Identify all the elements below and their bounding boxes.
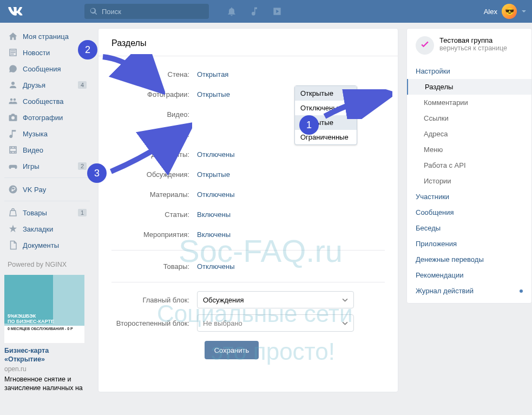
badge: 2	[78, 162, 87, 170]
val-wall[interactable]: Открытая	[197, 70, 228, 78]
menu-members[interactable]: Участники	[416, 189, 523, 205]
camera-icon	[8, 112, 18, 123]
ad-block[interactable]: 5%КЭШБЭКПО БИЗНЕС-КАРТЕ 0 МЕСЯЦЕВ ОБСЛУЖ…	[4, 275, 90, 392]
page-title: Разделы	[98, 29, 398, 56]
nav-friends[interactable]: Друзья4	[4, 77, 90, 93]
right-sidebar: Тестовая группа вернуться к странице Нас…	[406, 28, 532, 392]
search-input[interactable]: Поиск	[84, 4, 209, 19]
left-nav: Моя страница Новости Сообщения Друзья4 С…	[4, 28, 90, 392]
menu-links[interactable]: Ссылки	[416, 110, 523, 126]
users-icon	[8, 96, 18, 107]
menu-addresses[interactable]: Адреса	[416, 126, 523, 142]
nav-photos[interactable]: Фотографии	[4, 109, 90, 126]
arrow-3	[108, 122, 192, 178]
user-menu[interactable]: Alex 😎	[484, 4, 527, 19]
val-events[interactable]: Включены	[197, 230, 231, 239]
nav-documents[interactable]: Документы	[4, 237, 90, 253]
star-icon	[8, 223, 18, 234]
menu-apps[interactable]: Приложения	[416, 236, 523, 252]
nav-messages[interactable]: Сообщения	[4, 61, 90, 77]
label-products: Товары:	[111, 262, 197, 271]
label-articles: Статьи:	[111, 210, 197, 219]
group-name: Тестовая группа	[439, 36, 507, 44]
group-header[interactable]: Тестовая группа вернуться к странице	[416, 36, 523, 55]
arrow-2	[100, 54, 165, 97]
nav-communities[interactable]: Сообщества	[4, 93, 90, 109]
val-docs[interactable]: Отключены	[197, 150, 234, 159]
chat-icon	[8, 63, 18, 74]
badge: 4	[78, 81, 87, 89]
nav-news[interactable]: Новости	[4, 44, 90, 61]
nav-video[interactable]: Видео	[4, 142, 90, 158]
menu-stories[interactable]: Истории	[416, 173, 523, 189]
label-video: Видео:	[111, 110, 197, 118]
menu-menu[interactable]: Меню	[416, 142, 523, 157]
select-main-block[interactable]: Обсуждения	[197, 291, 354, 308]
menu-messages[interactable]: Сообщения	[416, 205, 523, 220]
settings-menu: Настройки Разделы Комментарии Ссылки Адр…	[416, 63, 523, 299]
avatar: 😎	[502, 4, 517, 19]
callout-1: 1	[299, 115, 319, 135]
nav-games[interactable]: Игры2	[4, 158, 90, 174]
callout-3: 3	[87, 163, 107, 183]
val-materials[interactable]: Отключены	[197, 190, 234, 199]
svg-point-0	[9, 186, 17, 194]
news-icon	[8, 47, 18, 58]
ad-desc: Мгновенное снятие и зачисление наличных …	[4, 375, 90, 393]
val-products[interactable]: Отключены	[197, 262, 234, 271]
top-actions	[225, 5, 284, 18]
menu-sections[interactable]: Разделы	[407, 79, 531, 95]
play-box-icon[interactable]	[271, 5, 284, 18]
menu-settings[interactable]: Настройки	[416, 63, 523, 79]
home-icon	[8, 31, 18, 42]
menu-transfers[interactable]: Денежные переводы	[416, 252, 523, 267]
menu-chats[interactable]: Беседы	[416, 220, 523, 236]
val-discuss[interactable]: Открытые	[197, 170, 230, 179]
chevron-down-icon	[342, 297, 348, 303]
music-icon	[8, 128, 18, 139]
label-main-block: Главный блок:	[111, 296, 197, 304]
search-icon	[90, 8, 97, 15]
select-sec-block[interactable]: Не выбрано	[197, 314, 354, 332]
callout-2: 2	[78, 40, 97, 60]
chevron-down-icon	[521, 9, 527, 14]
save-button[interactable]: Сохранить	[205, 341, 259, 359]
menu-log[interactable]: Журнал действий	[416, 283, 523, 299]
topbar: Поиск Alex 😎	[0, 0, 532, 23]
ruble-icon	[8, 184, 18, 195]
new-dot-icon	[520, 289, 523, 293]
val-articles[interactable]: Включены	[197, 210, 231, 219]
gamepad-icon	[8, 161, 18, 172]
menu-api[interactable]: Работа с API	[416, 157, 523, 173]
doc-icon	[8, 240, 18, 251]
ad-image: 5%КЭШБЭКПО БИЗНЕС-КАРТЕ 0 МЕСЯЦЕВ ОБСЛУЖ…	[4, 275, 84, 343]
vk-logo[interactable]	[5, 2, 25, 21]
group-return: вернуться к странице	[439, 44, 507, 52]
nav-products[interactable]: Товары1	[4, 205, 90, 221]
label-events: Мероприятия:	[111, 230, 197, 239]
nav-my-page[interactable]: Моя страница	[4, 28, 90, 44]
nav-vk-pay[interactable]: VK Pay	[4, 181, 90, 197]
badge: 1	[78, 209, 87, 216]
chevron-down-icon	[342, 320, 348, 326]
val-photos[interactable]: Открытые	[197, 90, 230, 98]
bell-icon[interactable]	[225, 5, 238, 18]
user-icon	[8, 80, 18, 90]
menu-recs[interactable]: Рекомендации	[416, 267, 523, 283]
film-icon	[8, 144, 18, 155]
arrow-1	[322, 89, 392, 121]
powered-by: Powered by NGINX	[8, 261, 90, 268]
ad-domain: open.ru	[4, 365, 90, 373]
ad-title: Бизнес-карта «Открытие»	[4, 346, 90, 364]
music-note-icon[interactable]	[248, 5, 261, 18]
bag-icon	[8, 207, 18, 218]
group-avatar	[416, 36, 434, 55]
nav-music[interactable]: Музыка	[4, 126, 90, 142]
nav-bookmarks[interactable]: Закладки	[4, 221, 90, 237]
label-sec-block: Второстепенный блок:	[111, 319, 197, 327]
label-materials: Материалы:	[111, 190, 197, 199]
menu-comments[interactable]: Комментарии	[416, 95, 523, 110]
